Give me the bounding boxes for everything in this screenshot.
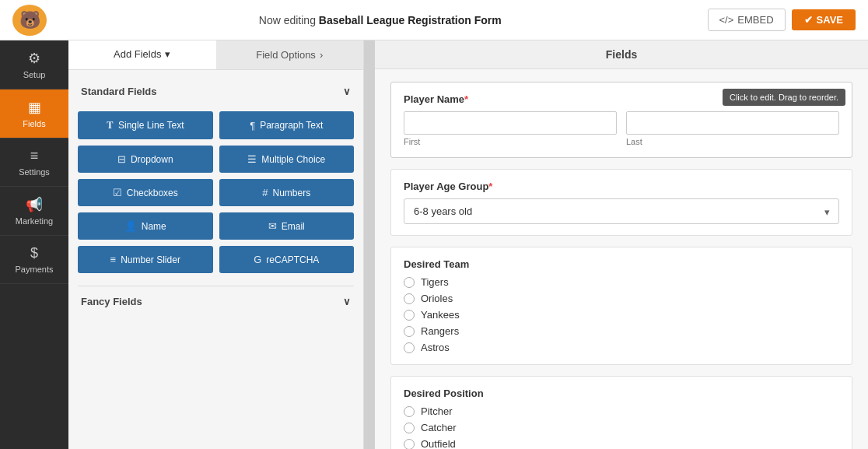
settings-icon: ≡ [30, 148, 39, 164]
team-rangers-label: Rangers [421, 325, 459, 337]
number-slider-button[interactable]: ≡ Number Slider [78, 246, 213, 273]
age-required-star: * [488, 181, 492, 192]
checkboxes-button[interactable]: ☑ Checkboxes [78, 179, 213, 206]
sidebar-label-payments: Payments [16, 265, 54, 274]
team-orioles[interactable]: Orioles [404, 293, 839, 304]
email-label: Email [282, 221, 305, 232]
sidebar-item-marketing[interactable]: 📢 Marketing [0, 187, 68, 236]
team-rangers[interactable]: Rangers [404, 325, 839, 337]
team-astros-label: Astros [421, 342, 450, 353]
team-astros[interactable]: Astros [404, 342, 839, 353]
position-outfield[interactable]: Outfield [404, 438, 839, 449]
recaptcha-label: reCAPTCHA [266, 254, 319, 265]
form-preview-body: Player Name* ⧉ ✕ First Last [375, 69, 868, 449]
bear-icon: 🐻 [12, 5, 47, 36]
payments-icon: $ [30, 245, 38, 261]
radio-circle [404, 310, 415, 321]
sidebar-item-fields[interactable]: ▦ Fields [0, 89, 68, 139]
dropdown-button[interactable]: ⊟ Dropdown [78, 146, 213, 173]
scroll-divider [364, 40, 375, 449]
fields-panel: Add Fields ▾ Field Options › Standard Fi… [68, 40, 364, 449]
multiple-choice-button[interactable]: ☰ Multiple Choice [219, 146, 355, 173]
first-name-input[interactable] [404, 111, 617, 135]
radio-circle [404, 342, 415, 353]
numbers-button[interactable]: # Numbers [219, 179, 355, 206]
sidebar-item-settings[interactable]: ≡ Settings [0, 139, 68, 187]
multiple-choice-icon: ☰ [247, 153, 257, 165]
sidebar-label-settings: Settings [19, 167, 50, 177]
radio-circle [404, 439, 415, 450]
team-yankees-label: Yankees [421, 309, 460, 321]
dropdown-icon: ⊟ [117, 153, 126, 165]
sidebar-item-setup[interactable]: ⚙ Setup [0, 40, 68, 89]
checkbox-icon: ☑ [113, 187, 122, 198]
fields-icon: ▦ [28, 99, 41, 116]
required-star: * [464, 93, 468, 105]
recaptcha-icon: G [254, 254, 261, 265]
top-bar-actions: </> EMBED ✔ SAVE [708, 9, 856, 31]
click-to-edit-tooltip: Click to edit. Drag to reorder. [723, 89, 845, 106]
tab-field-options[interactable]: Field Options › [216, 40, 364, 69]
embed-icon: </> [719, 14, 734, 26]
tab-field-options-label: Field Options [256, 49, 316, 61]
name-button[interactable]: 👤 Name [78, 212, 213, 240]
paragraph-text-button[interactable]: ¶ Paragraph Text [219, 111, 355, 139]
number-icon: # [262, 187, 268, 198]
editing-prefix: Now editing [259, 14, 319, 26]
marketing-icon: 📢 [26, 196, 43, 213]
sidebar-label-setup: Setup [23, 70, 46, 79]
tab-add-fields[interactable]: Add Fields ▾ [68, 40, 216, 69]
first-name-wrap: First [404, 111, 617, 146]
team-orioles-label: Orioles [421, 293, 453, 304]
sidebar-label-fields: Fields [23, 119, 45, 128]
sidebar-item-payments[interactable]: $ Payments [0, 236, 68, 284]
radio-circle [404, 423, 415, 433]
numbers-label: Numbers [273, 188, 311, 198]
embed-button[interactable]: </> EMBED [708, 9, 786, 31]
position-pitcher[interactable]: Pitcher [404, 405, 839, 417]
desired-position-field-group[interactable]: Desired Position Pitcher Catcher Outfiel… [390, 376, 852, 449]
desired-position-radio-group: Pitcher Catcher Outfield Infield [404, 405, 839, 449]
chevron-down-icon: ▾ [165, 48, 170, 60]
recaptcha-button[interactable]: G reCAPTCHA [219, 246, 355, 273]
first-name-sublabel: First [404, 137, 617, 146]
fancy-fields-chevron: ∨ [343, 296, 351, 307]
position-catcher[interactable]: Catcher [404, 422, 839, 433]
paragraph-icon: ¶ [250, 120, 255, 132]
multiple-choice-label: Multiple Choice [261, 154, 325, 165]
player-name-field-group[interactable]: Player Name* ⧉ ✕ First Last [390, 82, 852, 158]
last-name-input[interactable] [626, 111, 839, 135]
save-button[interactable]: ✔ SAVE [792, 9, 856, 30]
checkmark-icon: ✔ [804, 14, 813, 26]
email-button[interactable]: ✉ Email [219, 212, 355, 240]
desired-team-field-group[interactable]: Desired Team Tigers Orioles Yankees [390, 247, 852, 365]
team-tigers[interactable]: Tigers [404, 276, 839, 288]
field-buttons-grid: 𝐓 Single Line Text ¶ Paragraph Text ⊟ Dr… [78, 111, 354, 273]
sidebar-label-marketing: Marketing [16, 216, 53, 226]
embed-label: EMBED [737, 14, 773, 26]
position-outfield-label: Outfield [421, 438, 456, 449]
radio-circle [404, 406, 415, 417]
radio-circle [404, 293, 415, 304]
tab-add-fields-label: Add Fields [114, 48, 161, 60]
fields-panel-tabs: Add Fields ▾ Field Options › [68, 40, 363, 70]
last-name-wrap: Last [626, 111, 839, 146]
player-age-group-field-group[interactable]: Player Age Group* 6-8 years old 9-11 yea… [390, 169, 852, 236]
age-group-select[interactable]: 6-8 years old 9-11 years old 12-14 years… [404, 198, 839, 224]
single-line-text-button[interactable]: 𝐓 Single Line Text [78, 111, 213, 139]
team-yankees[interactable]: Yankees [404, 309, 839, 321]
chevron-right-icon: › [320, 49, 323, 61]
top-bar: 🐻 Now editing Baseball League Registrati… [0, 0, 868, 40]
dropdown-label: Dropdown [131, 154, 173, 165]
number-slider-label: Number Slider [121, 254, 180, 265]
name-fields-row: First Last [404, 111, 839, 146]
form-preview-header: Fields [375, 40, 868, 69]
fields-panel-body: Standard Fields ∨ 𝐓 Single Line Text ¶ P… [68, 70, 363, 449]
last-name-sublabel: Last [626, 137, 839, 146]
email-icon: ✉ [268, 220, 277, 232]
desired-team-label: Desired Team [404, 258, 839, 270]
age-group-select-wrap: 6-8 years old 9-11 years old 12-14 years… [404, 198, 839, 224]
single-line-text-label: Single Line Text [118, 120, 184, 131]
radio-circle [404, 277, 415, 288]
position-pitcher-label: Pitcher [421, 405, 452, 417]
